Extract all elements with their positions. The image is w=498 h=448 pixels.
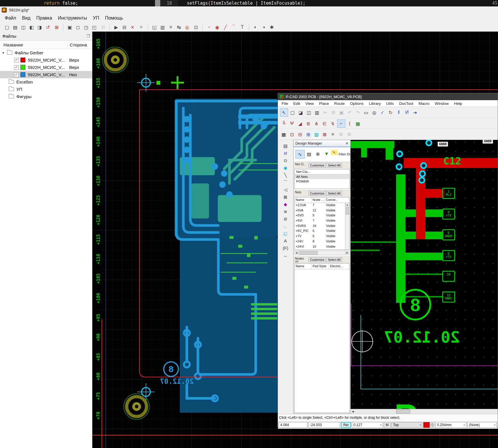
column-name[interactable]: Название	[0, 42, 68, 47]
net-row[interactable]: +5V_PIC 6 Visible	[295, 229, 349, 234]
place-arc-icon[interactable]: ⌒	[281, 179, 290, 186]
route-arc-icon[interactable]: (	[346, 120, 354, 127]
tree-folder-up[interactable]: УП	[0, 86, 92, 93]
copy-icon[interactable]: ⧉	[330, 109, 337, 116]
zoom-window-icon[interactable]: ◳	[83, 24, 90, 31]
checkbox[interactable]: ✓	[14, 72, 19, 77]
scroll-right-icon[interactable]: ▶	[345, 251, 349, 255]
pcad-menu-item[interactable]: Route	[332, 101, 347, 106]
filter-icon[interactable]: ▼	[322, 150, 331, 158]
measure-icon[interactable]: ▭	[362, 109, 370, 116]
pcad-menu-item[interactable]: Help	[451, 101, 465, 106]
paste-special2-icon[interactable]: ⧉	[345, 131, 353, 138]
net-row[interactable]: +24VI 10 Visible	[295, 244, 349, 250]
module-icon[interactable]: ⊡	[288, 131, 296, 138]
layer-list-icon[interactable]: ≡	[167, 24, 174, 31]
place-field-icon[interactable]: (F)	[281, 244, 290, 252]
menu-item[interactable]: УП	[90, 15, 102, 21]
place-polygon-icon[interactable]: ◁	[281, 186, 290, 193]
open-file-icon[interactable]: ▤	[12, 24, 19, 31]
save-icon[interactable]: ◫	[20, 24, 27, 31]
menu-item[interactable]: Вид	[19, 15, 33, 21]
net-row[interactable]: +2,5VA 7 Visible	[295, 203, 349, 208]
route-fanout-icon[interactable]: ≣	[304, 120, 312, 127]
layer-color-swatch[interactable]	[423, 422, 430, 428]
save-all-icon[interactable]: ◨	[36, 24, 43, 31]
route-miter-icon[interactable]: ◢	[296, 120, 304, 127]
snap-grid-icon[interactable]: ⌗	[137, 24, 148, 31]
board-outline-icon[interactable]: ⊠	[321, 131, 328, 138]
route-bus-icon[interactable]: ⋔	[313, 120, 320, 127]
scroll-up-icon[interactable]: ▲	[345, 203, 349, 207]
route-interactive-icon[interactable]: Ψ	[288, 120, 296, 127]
exit-icon[interactable]: ➜	[411, 109, 419, 116]
design-manager-header[interactable]: Design Manager ✕	[294, 140, 350, 147]
select-all-button[interactable]: Select All	[326, 191, 342, 196]
new-file-icon[interactable]: ▢	[4, 24, 11, 31]
revert-icon[interactable]: ↺	[44, 24, 51, 31]
pcad-menu-item[interactable]: Macro	[416, 101, 432, 106]
pcad-menu-item[interactable]: Place	[316, 101, 332, 106]
close-icon[interactable]: ✕	[346, 141, 349, 145]
pad-12-gndc[interactable]: 12 GNDC	[442, 291, 455, 303]
customize-button[interactable]: Customize	[309, 163, 326, 168]
select-all-button[interactable]: Select All	[326, 257, 342, 262]
dock-pin-icon[interactable]: ❐	[86, 34, 90, 38]
place-connection-icon[interactable]: И	[281, 150, 290, 157]
pcad-menu-item[interactable]: Options	[347, 101, 366, 106]
select-area-icon[interactable]: ◱	[281, 230, 290, 237]
place-room-icon[interactable]: ∟	[281, 223, 290, 230]
net-class-item[interactable]: All Nets	[295, 174, 349, 179]
open-doc-icon[interactable]: ◪	[297, 109, 304, 116]
place-keepout-icon[interactable]: ⊠	[281, 193, 290, 201]
swap-layers-icon[interactable]: ↹	[175, 24, 182, 31]
pcad-menu-item[interactable]: Library	[366, 101, 383, 106]
zoom-selection-icon[interactable]: ◰	[91, 24, 98, 31]
net-row[interactable]: +7V 5 Visible	[295, 234, 349, 239]
pcad-titlebar[interactable]: P-CAD 2002 PCB - [5922H_МСИС_V8.PCB]	[278, 93, 498, 100]
line-width-select[interactable]: 0.254mm	[435, 422, 466, 428]
netlist-icon[interactable]: ⊞	[304, 131, 312, 138]
tree-item-gerber-top-copper[interactable]: ✓ 5922H_МСИС_V... Верх	[0, 56, 92, 64]
route-multitrace-icon[interactable]: ∈	[321, 120, 328, 127]
metric-button[interactable]: M	[384, 422, 391, 428]
place-cutout-icon[interactable]: ⊘	[281, 215, 290, 223]
redo-icon[interactable]: ↷	[354, 109, 362, 116]
refresh-icon[interactable]: ↻	[387, 109, 394, 116]
tree-item-gerber-top-silk[interactable]: ✓ 5922H_МСИС_V... Верх	[0, 64, 92, 71]
pad-6-gndd[interactable]: 6 GNDD	[442, 229, 455, 240]
tree-folder-excellon[interactable]: Excellon	[0, 78, 92, 86]
layer-spinner[interactable]: ▲▼	[430, 422, 434, 428]
drc-icon[interactable]: ✓	[379, 109, 386, 116]
expander-icon[interactable]: ▾	[2, 51, 7, 55]
grid-select[interactable]: 0.127	[352, 422, 383, 428]
menu-item[interactable]: Файл	[2, 15, 19, 21]
pad-tool-icon[interactable]: ▫	[206, 24, 213, 31]
save-as-icon[interactable]: ◧	[28, 24, 35, 31]
place-dimension-icon[interactable]: ↔	[281, 252, 290, 259]
settings-icon[interactable]: ✱	[268, 24, 275, 31]
close-file-icon[interactable]: ⊠	[53, 24, 63, 31]
layer-copy-icon[interactable]: ◱	[151, 24, 158, 31]
place-line-icon[interactable]: ╲	[281, 171, 290, 179]
pad-2-rl2[interactable]: 2 RL2	[442, 188, 455, 199]
layer-select[interactable]: Top	[391, 422, 423, 428]
tree-root-gerber[interactable]: ▾ Файлы Gerber	[0, 49, 92, 56]
spreadsheet-icon[interactable]: ▦	[280, 131, 288, 138]
components-view-icon[interactable]: ▤	[305, 150, 314, 158]
tile-view-icon[interactable]: ∷	[99, 24, 110, 31]
image-icon[interactable]: ▧	[313, 131, 320, 138]
pad-10[interactable]: 10	[442, 271, 455, 282]
nets-horizontal-scrollbar[interactable]: ◀ ▶	[294, 251, 350, 255]
push-route-icon[interactable]: ↯	[329, 120, 337, 127]
arc-tool-icon[interactable]: ⌒	[230, 24, 237, 31]
menu-item[interactable]: Инструменты	[55, 15, 90, 21]
select-tool[interactable]: ↖	[280, 108, 288, 117]
pcad-menu-item[interactable]: DocTool	[396, 101, 416, 106]
route-segment-icon[interactable]: ╚	[280, 120, 288, 127]
col-connections[interactable]: Conne..	[325, 197, 349, 203]
net-row[interactable]: +5VI 7 Visible	[295, 218, 349, 224]
intellisense-icon[interactable]: И	[403, 109, 411, 116]
tree-item-gerber-bottom[interactable]: ✓ 5922H_МСИС_V... Низ	[0, 71, 92, 78]
customize-button[interactable]: Customize	[309, 191, 326, 196]
